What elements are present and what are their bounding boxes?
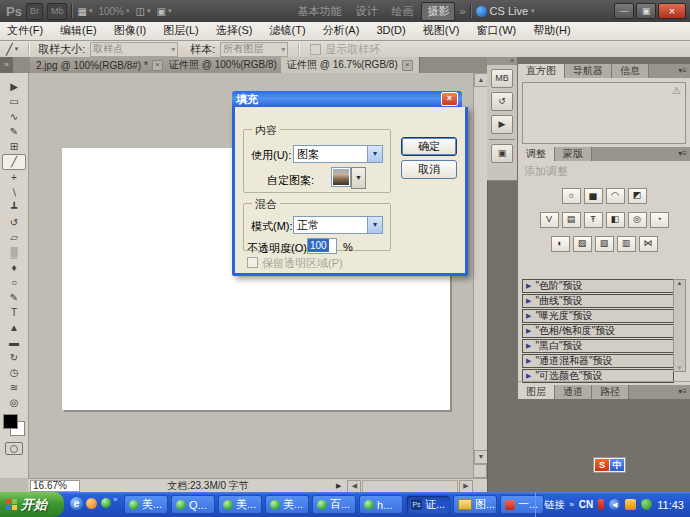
move-tool[interactable]: ▶ bbox=[0, 79, 28, 94]
invert-icon[interactable]: ◐ bbox=[551, 236, 570, 252]
photo-filter-icon[interactable]: ◎ bbox=[628, 212, 647, 228]
fill-dialog-close-icon[interactable]: × bbox=[441, 92, 458, 106]
eyedropper-tool-icon[interactable]: ╱ bbox=[6, 43, 13, 56]
tab-paths[interactable]: 路径 bbox=[592, 385, 629, 399]
language-indicator[interactable]: CN bbox=[579, 499, 593, 510]
taskbar-btn-4[interactable]: 美... bbox=[265, 495, 309, 514]
actions-panel-icon[interactable]: ▶ bbox=[491, 115, 513, 134]
quick-mask-mode-button[interactable] bbox=[5, 442, 23, 455]
quick-selection-tool[interactable]: ✎ bbox=[0, 124, 28, 139]
hue-saturation-presets-item[interactable]: ▶"色相/饱和度"预设 bbox=[522, 324, 674, 338]
sample-size-select[interactable]: 取样点 ▾ bbox=[90, 42, 178, 57]
menu-layer[interactable]: 图层(L) bbox=[156, 22, 205, 39]
tab-info[interactable]: 信息 bbox=[612, 64, 649, 78]
opacity-input[interactable]: 100 bbox=[307, 238, 337, 254]
toolbar-collapse-toggle[interactable]: » bbox=[0, 57, 13, 73]
shape-tool[interactable]: ▬ bbox=[0, 335, 28, 350]
black-white-presets-item[interactable]: ▶"黑白"预设 bbox=[522, 339, 674, 353]
gradient-tool[interactable]: ▒ bbox=[0, 245, 28, 260]
menu-analysis[interactable]: 分析(A) bbox=[316, 22, 367, 39]
custom-pattern-caret-icon[interactable]: ▾ bbox=[351, 167, 366, 189]
exposure-presets-item[interactable]: ▶"曝光度"预设 bbox=[522, 309, 674, 323]
hand-tool[interactable]: ≋ bbox=[0, 380, 28, 395]
preserve-transparency-checkbox[interactable] bbox=[247, 257, 258, 268]
menu-help[interactable]: 帮助(H) bbox=[526, 22, 577, 39]
status-options-icon[interactable]: ▶ bbox=[336, 482, 341, 490]
quicklaunch-chevron[interactable]: » bbox=[113, 495, 117, 504]
history-brush-tool[interactable]: ↺ bbox=[0, 215, 28, 230]
doc-tab-1-close-icon[interactable]: × bbox=[152, 60, 163, 71]
menu-window[interactable]: 窗口(W) bbox=[470, 22, 524, 39]
menu-filter[interactable]: 滤镜(T) bbox=[263, 22, 313, 39]
posterize-icon[interactable]: ▨ bbox=[573, 236, 592, 252]
dodge-tool[interactable]: ○ bbox=[0, 275, 28, 290]
preset-scroll-down-icon[interactable]: ▼ bbox=[674, 365, 685, 371]
tray-picture-icon[interactable] bbox=[625, 499, 636, 510]
custom-pattern-well[interactable] bbox=[331, 167, 351, 187]
crop-tool[interactable]: ⊞ bbox=[0, 139, 28, 154]
taskbar-btn-folder[interactable]: 图... bbox=[453, 495, 497, 514]
workspace-overflow-chevron[interactable]: » bbox=[459, 5, 465, 17]
taskbar-btn-5[interactable]: 百... bbox=[312, 495, 356, 514]
quicklaunch-firefox-icon[interactable] bbox=[86, 498, 97, 509]
menu-view[interactable]: 视图(V) bbox=[416, 22, 467, 39]
layout-picker-caret-icon[interactable]: ▾ bbox=[89, 7, 93, 15]
start-button[interactable]: 开始 bbox=[0, 492, 64, 517]
curves-presets-item[interactable]: ▶"曲线"预设 bbox=[522, 294, 674, 308]
pen-tool[interactable]: ✎ bbox=[0, 290, 28, 305]
uncached-data-warning-icon[interactable]: ⚠ bbox=[672, 85, 681, 96]
scroll-up-icon[interactable]: ▲ bbox=[474, 73, 488, 87]
channel-mixer-icon[interactable]: ◔ bbox=[650, 212, 669, 228]
foreground-color-swatch[interactable] bbox=[3, 414, 18, 429]
use-select[interactable]: 图案 ▾ bbox=[293, 145, 383, 163]
zoom-caret-icon[interactable]: ▾ bbox=[126, 7, 130, 15]
workspace-essentials[interactable]: 基本功能 bbox=[291, 2, 347, 21]
eyedropper-tool-selected[interactable]: ╱ bbox=[2, 154, 26, 170]
black-white-icon[interactable]: ◧ bbox=[606, 212, 625, 228]
threshold-icon[interactable]: ▧ bbox=[595, 236, 614, 252]
dock-collapse-toggle[interactable]: « bbox=[487, 57, 517, 65]
horizontal-scrollbar[interactable] bbox=[362, 480, 458, 493]
doc-tab-2[interactable]: 证件照 @ 100%(RGB/8) × bbox=[163, 57, 299, 73]
tab-navigator[interactable]: 导航器 bbox=[565, 64, 612, 78]
workspace-design[interactable]: 设计 bbox=[349, 2, 383, 21]
tab-masks[interactable]: 蒙版 bbox=[555, 147, 592, 161]
taskbar-btn-2[interactable]: Q... bbox=[171, 495, 215, 514]
hscroll-left-icon[interactable]: ◀ bbox=[347, 480, 361, 493]
cancel-button[interactable]: 取消 bbox=[401, 160, 457, 179]
doc-tab-3-active[interactable]: 证件照 @ 16.7%(RGB/8) × bbox=[281, 57, 420, 73]
curves-icon[interactable]: ◠ bbox=[606, 188, 625, 204]
screen-mode-caret-icon[interactable]: ▾ bbox=[168, 7, 172, 15]
arrange-caret-icon[interactable]: ▾ bbox=[147, 7, 151, 15]
orbit-3d-tool[interactable]: ◷ bbox=[0, 365, 28, 380]
mode-select[interactable]: 正常 ▾ bbox=[293, 216, 383, 234]
sample-select[interactable]: 所有图层 ▾ bbox=[220, 42, 288, 57]
histogram-panel-menu-icon[interactable]: ▾≡ bbox=[678, 64, 690, 78]
eraser-tool[interactable]: ▱ bbox=[0, 230, 28, 245]
zoom-percentage-field[interactable]: 16.67% bbox=[30, 480, 80, 492]
type-tool[interactable]: T bbox=[0, 305, 28, 320]
ime-language-badge[interactable]: 中 bbox=[610, 459, 624, 471]
mini-bridge-panel-icon[interactable]: MB bbox=[491, 69, 513, 88]
taskbar-btn-6[interactable]: h... bbox=[359, 495, 403, 514]
restore-button[interactable]: ▣ bbox=[636, 3, 656, 19]
preset-list-scrollbar[interactable]: ▲ ▼ bbox=[673, 279, 686, 372]
menu-image[interactable]: 图像(I) bbox=[107, 22, 153, 39]
clone-stamp-tool[interactable]: ┻ bbox=[0, 200, 28, 215]
sogou-ime-icon[interactable]: S bbox=[595, 459, 609, 471]
taskbar-btn-3[interactable]: 美... bbox=[218, 495, 262, 514]
menu-file[interactable]: 文件(F) bbox=[0, 22, 50, 39]
color-balance-icon[interactable]: Ŧ bbox=[584, 212, 603, 228]
preset-scroll-up-icon[interactable]: ▲ bbox=[674, 280, 685, 286]
ok-button[interactable]: 确定 bbox=[401, 137, 457, 156]
brush-tool[interactable]: ∖ bbox=[0, 185, 28, 200]
tab-layers[interactable]: 图层 bbox=[518, 385, 555, 399]
doc-tab-1[interactable]: 2.jpg @ 100%(RGB/8#) * × bbox=[30, 57, 170, 73]
selective-color-icon[interactable]: ⋈ bbox=[639, 236, 658, 252]
doc-tab-3-close-icon[interactable]: × bbox=[402, 60, 413, 71]
quicklaunch-qq-icon[interactable] bbox=[101, 498, 111, 508]
path-selection-tool[interactable]: ▲ bbox=[0, 320, 28, 335]
links-toolbar-label[interactable]: 链接 bbox=[544, 498, 564, 512]
hscroll-right-icon[interactable]: ▶ bbox=[459, 480, 473, 493]
links-chevron[interactable]: » bbox=[569, 500, 573, 509]
